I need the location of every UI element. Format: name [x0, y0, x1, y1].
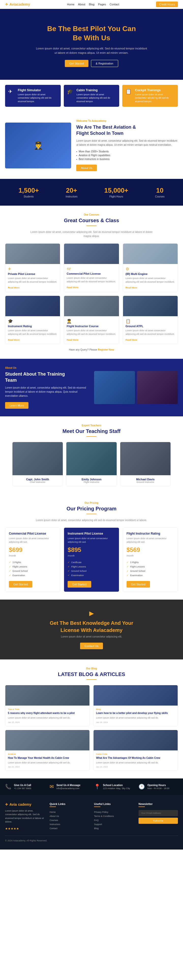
- newsletter-subscribe-btn[interactable]: Subscribe: [139, 818, 178, 824]
- stat-2-num: 15,000+: [104, 186, 128, 194]
- about-tag: Welcome To Aviacademy: [76, 119, 178, 122]
- footer-newsletter-title: Newsletter: [139, 802, 178, 807]
- price-0-feat-1: Flight Lessons: [9, 565, 57, 569]
- hero-buttons: Get Started & Registration: [65, 60, 118, 67]
- footer-ql-1[interactable]: About Us: [50, 814, 89, 818]
- staff-grid: Capt. John Smith Chief Instructor Emily …: [5, 442, 178, 486]
- about-list: More than 1500+ Students Aviation & Flig…: [76, 150, 178, 161]
- blog-title-0: 5 reasons why every flight attendant wan…: [8, 711, 87, 715]
- course-5-icon: 📋: [126, 319, 175, 324]
- footer-logo: ✈ Aviacademy: [5, 802, 44, 807]
- price-1-features: Certificate Flight Lessons Ground School…: [68, 560, 115, 578]
- contact-message-title: Send Us A Message: [57, 784, 80, 787]
- courses-register-link[interactable]: Register Now: [98, 348, 114, 351]
- course-4: 👨‍✈️ Flight Instructor Course Lorem ipsu…: [64, 296, 119, 344]
- price-1-feat-2: Ground School: [68, 569, 115, 573]
- footer-contacts-bar: 📞 Give Us A Call +1 234 567 8900 ✉ Send …: [0, 778, 183, 795]
- hero-title: Be The Best Pilot You CanBe With Us: [47, 24, 136, 43]
- nav-cta-button[interactable]: Credit Hours: [156, 2, 178, 7]
- nav-contact[interactable]: Contact: [110, 3, 119, 6]
- mail-icon: ✉: [50, 784, 54, 790]
- footer-ql-4[interactable]: Contact: [50, 826, 89, 830]
- price-1-feat-1: Flight Lessons: [68, 565, 115, 569]
- footer-ql-3[interactable]: Instructors: [50, 822, 89, 826]
- course-2-image: [123, 243, 178, 264]
- stat-instructors: 20+ Instructors: [66, 186, 77, 198]
- nav-home[interactable]: Home: [67, 3, 74, 6]
- about-btn[interactable]: About Us: [76, 165, 97, 171]
- course-5-readmore[interactable]: Read More: [126, 339, 137, 341]
- course-1-readmore[interactable]: Read More: [66, 286, 78, 289]
- course-0-readmore[interactable]: Read More: [8, 286, 20, 289]
- blog-title: LATEST BLOG & ARTICLES: [5, 671, 178, 677]
- feature-cockpit-trainings: 📋 Cockpit Trainings Lorem ipsum dolor si…: [122, 85, 178, 107]
- price-2-period: /month: [126, 554, 174, 557]
- about-list-item-0: More than 1500+ Students: [76, 150, 178, 153]
- footer-ql-2[interactable]: Courses: [50, 818, 89, 822]
- staff-role-0: Chief Instructor: [15, 481, 60, 484]
- price-plan-2: Flight Instructor Rating Lorem ipsum dol…: [123, 527, 178, 592]
- price-1-title: Instrument Pilot License: [68, 532, 115, 535]
- staff-member-0: Capt. John Smith Chief Instructor: [12, 442, 63, 486]
- course-5: 📋 Ground ATPL Lorem ipsum dolor sit amet…: [123, 296, 178, 344]
- about-text: Welcome To Aviacademy We Are The Best Av…: [76, 119, 178, 171]
- course-5-desc: Lorem ipsum dolor sit amet consectetur a…: [126, 329, 175, 336]
- register-button[interactable]: & Registration: [91, 60, 118, 67]
- training-learn-more-btn[interactable]: Learn More: [5, 402, 28, 409]
- footer-logo-icon: ✈: [5, 802, 8, 807]
- training-desc: Lorem ipsum dolor sit amet, consectetur …: [5, 386, 89, 398]
- blog-section: Our Blog LATEST BLOG & ARTICLES Tips & T…: [0, 659, 183, 778]
- stat-1-label: Instructors: [66, 195, 77, 198]
- footer-ul-3[interactable]: Support: [94, 822, 133, 826]
- price-1-btn[interactable]: Get Started: [68, 581, 91, 588]
- course-1: 🛩 Commercial Pilot License Lorem ipsum d…: [64, 243, 119, 292]
- get-started-button[interactable]: Get Started: [65, 60, 88, 67]
- footer-ul-0[interactable]: Privacy Policy: [94, 810, 133, 814]
- feature-0-desc: Lorem ipsum dolor sit amet consectetur a…: [18, 93, 58, 103]
- contact-location: 📍 School Location 123 Aviation Way, Sky …: [94, 784, 133, 790]
- course-3-readmore[interactable]: Read More: [8, 339, 20, 341]
- staff-title: Meet Our Teaching Staff: [5, 428, 178, 434]
- footer-ul-4[interactable]: Blog: [94, 826, 133, 830]
- blog-post-0: Tips & Trick 5 reasons why every flight …: [5, 685, 90, 726]
- courses-grid: ✈ Private Pilot License Lorem ipsum dolo…: [5, 243, 178, 344]
- cta-desc: Lorem ipsum dolor sit amet consectetur a…: [5, 635, 178, 638]
- footer-ul-2[interactable]: FAQ: [94, 818, 133, 822]
- training-text: About Us Student About The TrainingTeam …: [5, 366, 89, 409]
- course-3-image: [5, 296, 60, 316]
- courses-desc: Lorem ipsum dolor sit amet, consectetur …: [28, 230, 155, 238]
- cta-contact-btn[interactable]: Contact Us: [80, 643, 103, 649]
- hero-description: Lorem ipsum dolor sit amet, consectetur …: [36, 46, 147, 55]
- course-1-image: [64, 243, 119, 264]
- about-image: 👨‍✈️: [5, 123, 71, 169]
- stat-3-label: Courses: [155, 195, 164, 198]
- training-section: About Us Student About The TrainingTeam …: [0, 359, 183, 416]
- course-4-title: Flight Instructor Course: [66, 325, 116, 328]
- course-2: ⚙ (IR) Multi Engine Lorem ipsum dolor si…: [123, 243, 178, 292]
- staff-role-1: Flight Instructor: [69, 481, 114, 484]
- about-section: 👨‍✈️ Welcome To Aviacademy We Are The Be…: [0, 112, 183, 179]
- nav-about[interactable]: About: [78, 3, 85, 6]
- price-2-btn[interactable]: Get Started: [126, 581, 150, 588]
- logo-icon: ✈: [5, 2, 8, 6]
- feature-2-desc: Lorem ipsum dolor sit amet consectetur a…: [135, 93, 175, 103]
- footer-ul-1[interactable]: Terms & Conditions: [94, 814, 133, 818]
- contact-location-title: School Location: [103, 784, 130, 787]
- footer-ql-0[interactable]: Home: [50, 810, 89, 814]
- newsletter-email-input[interactable]: [139, 810, 178, 816]
- course-4-readmore[interactable]: Read More: [66, 339, 78, 341]
- price-0-btn[interactable]: Get Started: [9, 581, 32, 588]
- courses-divider: [87, 226, 96, 226]
- blog-date-0: Jan 15, 2024: [8, 721, 87, 724]
- nav-blog[interactable]: Blog: [89, 3, 95, 6]
- logo[interactable]: ✈ Aviacademy: [5, 2, 30, 6]
- contact-hours-info: Mon - Fri 8:00 - 18:00: [147, 787, 170, 790]
- nav-pages[interactable]: Pages: [98, 3, 106, 6]
- cta-title: Get The Best Knowledge And YourLicense W…: [5, 619, 178, 634]
- cta-section: ▶ Get The Best Knowledge And YourLicense…: [0, 600, 183, 659]
- blog-desc-1: Lorem ipsum dolor sit amet consectetur a…: [96, 716, 175, 720]
- course-3: 🎓 Instrument Rating Lorem ipsum dolor si…: [5, 296, 60, 344]
- blog-desc-0: Lorem ipsum dolor sit amet consectetur a…: [8, 716, 87, 720]
- footer-useful-links-col: Useful Links Privacy Policy Terms & Cond…: [94, 802, 133, 830]
- course-2-readmore[interactable]: Read More: [126, 286, 137, 289]
